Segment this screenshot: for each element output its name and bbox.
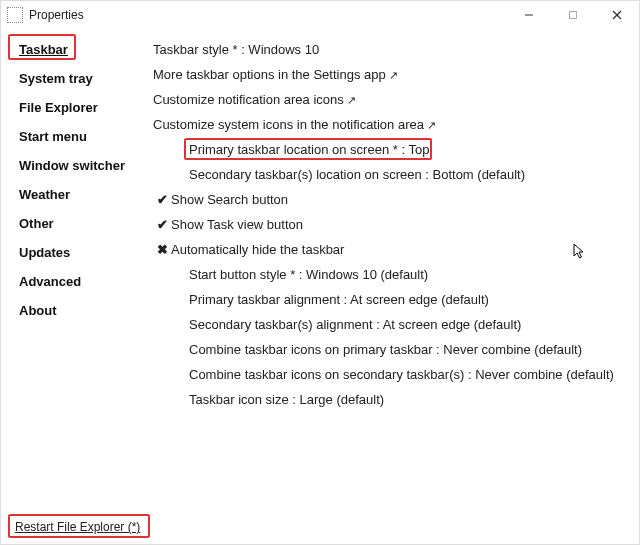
app-icon xyxy=(7,7,23,23)
setting-row[interactable]: More taskbar options in the Settings app xyxy=(153,62,629,87)
setting-row[interactable]: ✔Show Task view button xyxy=(153,212,629,237)
sidebar-item-file-explorer[interactable]: File Explorer xyxy=(15,93,102,122)
sidebar: TaskbarSystem trayFile ExplorerStart men… xyxy=(1,29,141,544)
setting-row[interactable]: ✔Show Search button xyxy=(153,187,629,212)
setting-label: Automatically hide the taskbar xyxy=(171,242,344,257)
setting-link-label: Customize system icons in the notificati… xyxy=(153,117,436,132)
setting-row[interactable]: Combine taskbar icons on primary taskbar… xyxy=(153,337,629,362)
setting-label: Combine taskbar icons on primary taskbar… xyxy=(189,342,582,357)
setting-row[interactable]: Taskbar style * : Windows 10 xyxy=(153,37,629,62)
check-icon: ✔ xyxy=(153,192,171,207)
setting-row[interactable]: Customize notification area icons xyxy=(153,87,629,112)
sidebar-item-weather[interactable]: Weather xyxy=(15,180,74,209)
setting-link-label: Customize notification area icons xyxy=(153,92,356,107)
setting-row[interactable]: Secondary taskbar(s) location on screen … xyxy=(153,162,629,187)
close-button[interactable] xyxy=(595,1,639,29)
setting-row[interactable]: Taskbar icon size : Large (default) xyxy=(153,387,629,412)
sidebar-item-window-switcher[interactable]: Window switcher xyxy=(15,151,129,180)
check-icon: ✔ xyxy=(153,217,171,232)
svg-rect-1 xyxy=(570,12,577,19)
setting-link-label: More taskbar options in the Settings app xyxy=(153,67,398,82)
setting-row[interactable]: Primary taskbar alignment : At screen ed… xyxy=(153,287,629,312)
titlebar: Properties xyxy=(1,1,639,29)
setting-label: Combine taskbar icons on secondary taskb… xyxy=(189,367,614,382)
setting-row[interactable]: Start button style * : Windows 10 (defau… xyxy=(153,262,629,287)
setting-row[interactable]: Combine taskbar icons on secondary taskb… xyxy=(153,362,629,387)
minimize-button[interactable] xyxy=(507,1,551,29)
cross-icon: ✖ xyxy=(153,242,171,257)
setting-row[interactable]: Primary taskbar location on screen * : T… xyxy=(153,137,629,162)
setting-label: Primary taskbar alignment : At screen ed… xyxy=(189,292,489,307)
setting-label: Taskbar style * : Windows 10 xyxy=(153,42,319,57)
sidebar-item-advanced[interactable]: Advanced xyxy=(15,267,85,296)
setting-row[interactable]: Secondary taskbar(s) alignment : At scre… xyxy=(153,312,629,337)
sidebar-item-system-tray[interactable]: System tray xyxy=(15,64,97,93)
content-panel: Taskbar style * : Windows 10More taskbar… xyxy=(141,29,639,544)
setting-label: Secondary taskbar(s) alignment : At scre… xyxy=(189,317,521,332)
sidebar-item-start-menu[interactable]: Start menu xyxy=(15,122,91,151)
setting-row[interactable]: ✖Automatically hide the taskbar xyxy=(153,237,629,262)
sidebar-item-updates[interactable]: Updates xyxy=(15,238,74,267)
properties-window: Properties TaskbarSystem trayFile Explor… xyxy=(0,0,640,545)
window-controls xyxy=(507,1,639,29)
setting-row[interactable]: Customize system icons in the notificati… xyxy=(153,112,629,137)
restart-file-explorer-link[interactable]: Restart File Explorer (*) xyxy=(15,520,140,534)
sidebar-item-about[interactable]: About xyxy=(15,296,61,325)
body: TaskbarSystem trayFile ExplorerStart men… xyxy=(1,29,639,544)
maximize-button[interactable] xyxy=(551,1,595,29)
setting-label: Start button style * : Windows 10 (defau… xyxy=(189,267,428,282)
sidebar-item-other[interactable]: Other xyxy=(15,209,58,238)
setting-label: Taskbar icon size : Large (default) xyxy=(189,392,384,407)
setting-label: Primary taskbar location on screen * : T… xyxy=(189,142,429,157)
window-title: Properties xyxy=(29,8,84,22)
sidebar-item-taskbar[interactable]: Taskbar xyxy=(15,35,72,64)
setting-label: Show Search button xyxy=(171,192,288,207)
setting-label: Secondary taskbar(s) location on screen … xyxy=(189,167,525,182)
setting-label: Show Task view button xyxy=(171,217,303,232)
